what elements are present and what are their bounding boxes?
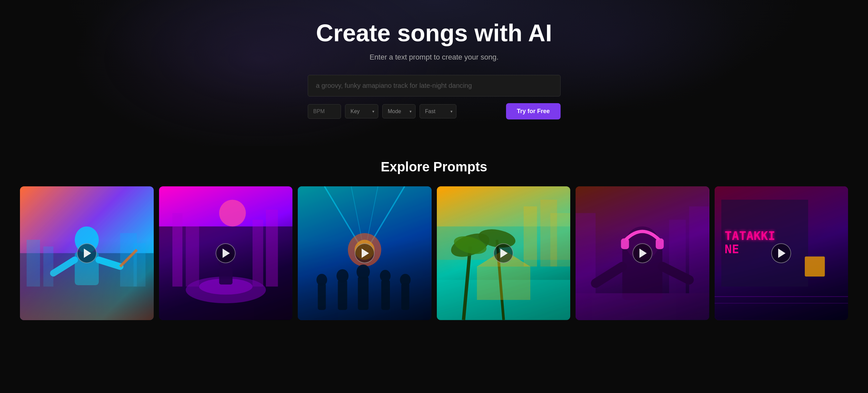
key-select-wrapper: Key CDE FGAB ▾ <box>345 104 378 118</box>
play-button-5[interactable] <box>576 186 709 320</box>
hero-section: Create songs with AI Enter a text prompt… <box>0 0 868 146</box>
prompt-container <box>308 75 561 96</box>
prompt-card-5[interactable] <box>576 186 709 320</box>
page-subtitle: Enter a text prompt to create your song. <box>370 53 499 62</box>
prompt-card-6[interactable]: TATAKKI NE <box>715 186 848 320</box>
explore-section: Explore Prompts <box>0 146 868 333</box>
play-button-6[interactable] <box>715 186 848 320</box>
prompt-card-4[interactable] <box>437 186 570 320</box>
prompt-input[interactable] <box>308 75 561 96</box>
prompt-card-3[interactable] <box>298 186 432 320</box>
key-select[interactable]: Key CDE FGAB <box>345 104 378 118</box>
play-button-4[interactable] <box>437 186 570 320</box>
prompt-card-2[interactable] <box>159 186 293 320</box>
controls-row: Key CDE FGAB ▾ Mode Major Minor ▾ Fast M… <box>308 103 561 119</box>
play-button-2[interactable] <box>159 186 293 320</box>
play-button-3[interactable] <box>298 186 432 320</box>
speed-select[interactable]: Fast Medium Slow <box>420 104 457 118</box>
prompts-grid: TATAKKI NE <box>20 186 848 320</box>
mode-select-wrapper: Mode Major Minor ▾ <box>382 104 415 118</box>
prompt-card-1[interactable] <box>20 186 154 320</box>
bpm-input[interactable] <box>308 104 341 119</box>
try-free-button[interactable]: Try for Free <box>506 103 560 119</box>
explore-title: Explore Prompts <box>20 159 848 174</box>
mode-select[interactable]: Mode Major Minor <box>382 104 415 118</box>
speed-select-wrapper: Fast Medium Slow ▾ <box>420 104 457 118</box>
page-title: Create songs with AI <box>316 20 552 46</box>
play-button-1[interactable] <box>20 186 154 320</box>
